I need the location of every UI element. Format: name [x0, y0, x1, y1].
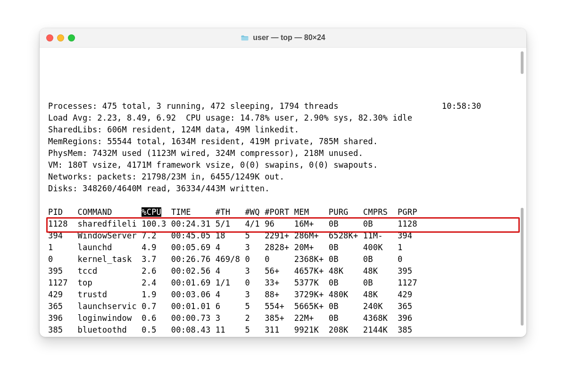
table-row: 385 bluetoothd 0.5 00:08.43 11 5 311 992…: [48, 324, 520, 336]
zoom-button[interactable]: [68, 34, 75, 41]
table-row: 0 kernel_task 3.7 00:26.76 469/8 0 0 236…: [48, 253, 520, 265]
table-row: 1127 top 2.4 00:01.69 1/1 0 33+ 5377K 0B…: [48, 277, 520, 289]
scrollbar-thumb-top[interactable]: [521, 51, 524, 74]
minimize-button[interactable]: [57, 34, 64, 41]
window-titlebar[interactable]: user — top — 80×24: [40, 28, 526, 48]
column-headers: PID COMMAND %CPU TIME #TH #WQ #PORT MEM …: [48, 206, 520, 218]
window-title-text: user — top — 80×24: [253, 33, 325, 42]
table-row: 394 WindowServer 7.2 00:45.05 18 5 2291+…: [48, 230, 520, 242]
table-row: 420 runningboard 0.5 00:01.96 7 6 533+ 5…: [48, 336, 520, 337]
summary-load: Load Avg: 2.23, 8.49, 6.92 CPU usage: 14…: [48, 112, 520, 124]
home-folder-icon: [241, 33, 249, 42]
window-title: user — top — 80×24: [40, 33, 526, 42]
summary-sharedlibs: SharedLibs: 606M resident, 124M data, 49…: [48, 124, 520, 136]
summary-physmem: PhysMem: 7432M used (1123M wired, 324M c…: [48, 147, 520, 159]
summary-networks: Networks: packets: 21798/23M in, 6455/12…: [48, 171, 520, 183]
table-row: 365 launchservic 0.7 00:01.01 6 5 554+ 5…: [48, 301, 520, 312]
scrollbar-thumb[interactable]: [521, 208, 524, 326]
table-row: 1128 sharedfileli 100.3 00:24.31 5/1 4/1…: [48, 218, 520, 230]
close-button[interactable]: [46, 34, 53, 41]
table-row: 395 tccd 2.6 00:02.56 4 3 56+ 4657K+ 48K…: [48, 265, 520, 277]
blank-line: [48, 195, 520, 206]
summary-disks: Disks: 348260/4640M read, 36334/443M wri…: [48, 183, 520, 195]
table-row: 429 trustd 1.9 00:03.06 4 3 88+ 3729K+ 4…: [48, 289, 520, 301]
traffic-lights: [46, 34, 75, 41]
terminal-output[interactable]: Processes: 475 total, 3 running, 472 sle…: [40, 48, 526, 337]
summary-memregions: MemRegions: 55544 total, 1634M resident,…: [48, 136, 520, 147]
table-row: 1 launchd 4.9 00:05.69 4 3 2828+ 20M+ 0B…: [48, 242, 520, 253]
summary-vm: VM: 180T vsize, 4171M framework vsize, 0…: [48, 159, 520, 171]
table-row: 396 loginwindow 0.6 00:00.73 3 2 385+ 22…: [48, 312, 520, 324]
terminal-window: user — top — 80×24 Processes: 475 total,…: [40, 28, 526, 337]
summary-processes: Processes: 475 total, 3 running, 472 sle…: [48, 100, 520, 112]
